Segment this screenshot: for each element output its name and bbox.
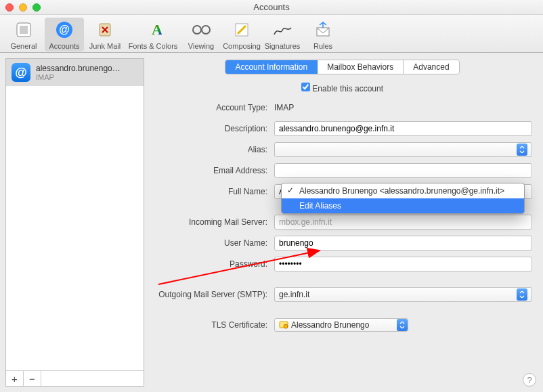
titlebar: Accounts	[0, 0, 543, 15]
description-input[interactable]	[274, 121, 532, 136]
label-email: Email Address:	[152, 166, 274, 175]
certificate-icon	[279, 320, 288, 330]
svg-rect-1	[20, 26, 28, 34]
svg-text:@: @	[59, 24, 70, 35]
tab-general[interactable]: General	[4, 18, 43, 51]
tab-advanced[interactable]: Advanced	[404, 60, 458, 74]
tab-fonts-colors[interactable]: A Fonts & Colors	[126, 18, 180, 51]
label-tls: TLS Certificate:	[152, 320, 274, 330]
tab-label: Junk Mail	[89, 42, 121, 50]
label-fullname: Full Name:	[152, 187, 274, 196]
accounts-sidebar: @ alessandro.brunengo… IMAP + −	[5, 58, 144, 387]
label-description: Description:	[152, 124, 274, 133]
enable-account-checkbox[interactable]: Enable this account	[301, 84, 383, 93]
add-account-button[interactable]: +	[6, 371, 24, 386]
password-input[interactable]	[274, 257, 532, 271]
tab-account-information[interactable]: Account Information	[225, 60, 318, 74]
tls-certificate-dropdown[interactable]: Alessandro Brunengo	[274, 318, 408, 332]
tab-viewing[interactable]: Viewing	[181, 18, 221, 51]
value-account-type: IMAP	[274, 103, 532, 112]
window-title: Accounts	[0, 2, 543, 12]
smtp-dropdown[interactable]: ge.infn.it	[274, 287, 532, 302]
tab-label: Signatures	[265, 42, 301, 50]
tab-label: Viewing	[188, 42, 214, 50]
label-incoming: Incoming Mail Server:	[152, 217, 274, 227]
alias-dropdown[interactable]	[274, 142, 532, 157]
tab-label: Fonts & Colors	[129, 42, 178, 50]
label-account-type: Account Type:	[152, 103, 274, 112]
help-button[interactable]: ?	[523, 373, 536, 387]
svg-point-8	[193, 26, 201, 34]
alias-option-edit[interactable]: Edit Aliases	[282, 198, 524, 213]
email-input[interactable]	[274, 163, 532, 178]
incoming-server-input	[274, 215, 532, 230]
svg-point-14	[284, 324, 288, 328]
account-name: alessandro.brunengo…	[36, 64, 137, 73]
tab-composing[interactable]: Composing	[222, 18, 261, 51]
svg-text:A: A	[152, 21, 162, 38]
username-input[interactable]	[274, 236, 532, 251]
label-outgoing: Outgoing Mail Server (SMTP):	[152, 290, 274, 299]
tab-rules[interactable]: Rules	[303, 18, 343, 51]
junk-icon	[94, 19, 116, 41]
tab-label: Accounts	[49, 42, 79, 50]
alias-popup-menu: Alessandro Brunengo <alessandro.brunengo…	[281, 183, 525, 214]
account-detail-pane: Account Information Mailbox Behaviors Ad…	[147, 53, 543, 392]
tab-mailbox-behaviors[interactable]: Mailbox Behaviors	[318, 60, 404, 74]
accounts-icon: @	[53, 19, 75, 41]
tab-label: General	[10, 42, 37, 50]
viewing-icon	[190, 19, 212, 41]
remove-account-button[interactable]: −	[24, 371, 41, 386]
composing-icon	[231, 19, 253, 41]
tab-junk-mail[interactable]: Junk Mail	[85, 18, 125, 51]
label-alias: Alias:	[152, 145, 274, 154]
signatures-icon	[272, 19, 293, 41]
label-password: Password:	[152, 259, 274, 269]
tab-accounts[interactable]: @ Accounts	[45, 18, 84, 51]
preferences-toolbar: General @ Accounts Junk Mail A Fonts & C…	[0, 15, 543, 53]
label-username: User Name:	[152, 238, 274, 248]
fonts-icon: A	[142, 19, 164, 41]
tab-label: Composing	[223, 42, 261, 50]
rules-icon	[312, 19, 334, 41]
at-icon: @	[12, 63, 30, 82]
tab-label: Rules	[313, 42, 332, 50]
account-row[interactable]: @ alessandro.brunengo… IMAP	[6, 59, 144, 86]
alias-option-selected[interactable]: Alessandro Brunengo <alessandro.brunengo…	[282, 183, 524, 198]
detail-tabs: Account Information Mailbox Behaviors Ad…	[225, 60, 459, 74]
account-protocol: IMAP	[36, 73, 137, 81]
general-icon	[13, 19, 35, 41]
svg-point-9	[202, 26, 210, 34]
tab-signatures[interactable]: Signatures	[263, 18, 302, 51]
